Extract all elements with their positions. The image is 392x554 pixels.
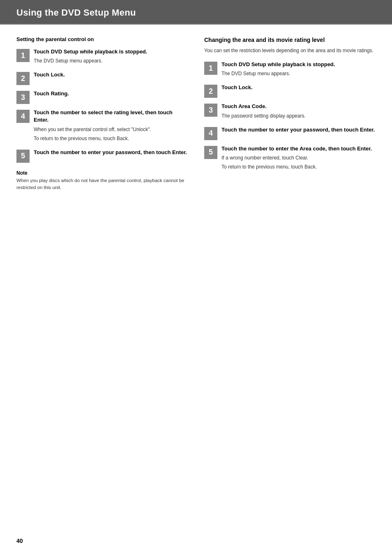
left-step-4-body: When you set the parental control off, s… [34, 126, 188, 133]
right-step-2-number: 2 [204, 85, 217, 98]
left-step-1-number: 1 [16, 49, 30, 62]
left-step-3: 3 Touch Rating. [16, 90, 188, 104]
page: Using the DVD Setup Menu Setting the par… [0, 0, 392, 554]
right-step-5-content: Touch the number to enter the Area code,… [221, 145, 376, 172]
left-step-2-content: Touch Lock. [34, 71, 188, 80]
note-text: When you play discs which do not have th… [16, 177, 188, 192]
right-section-intro: You can set the restriction levels depen… [204, 47, 376, 54]
left-step-4-heading: Touch the number to select the rating le… [34, 109, 188, 124]
right-column: Changing the area and its movie rating l… [204, 36, 376, 191]
right-step-2: 2 Touch Lock. [204, 84, 376, 98]
left-step-5: 5 Touch the number to enter your passwor… [16, 149, 188, 163]
left-column: Setting the parental control on 1 Touch … [16, 36, 188, 191]
right-step-5-heading: Touch the number to enter the Area code,… [221, 145, 376, 152]
right-step-1: 1 Touch DVD Setup while playback is stop… [204, 61, 376, 79]
left-step-3-content: Touch Rating. [34, 90, 188, 99]
right-step-3-heading: Touch Area Code. [221, 103, 376, 110]
left-step-1: 1 Touch DVD Setup while playback is stop… [16, 48, 188, 66]
left-step-2-number: 2 [16, 72, 30, 85]
left-step-1-heading: Touch DVD Setup while playback is stoppe… [34, 48, 188, 55]
page-number: 40 [16, 538, 23, 544]
right-step-2-content: Touch Lock. [221, 84, 376, 93]
left-step-1-content: Touch DVD Setup while playback is stoppe… [34, 48, 188, 66]
content-area: Setting the parental control on 1 Touch … [0, 25, 392, 208]
right-step-4-content: Touch the number to enter your password,… [221, 126, 376, 135]
left-step-2-heading: Touch Lock. [34, 71, 188, 78]
right-step-2-heading: Touch Lock. [221, 84, 376, 91]
right-step-1-heading: Touch DVD Setup while playback is stoppe… [221, 61, 376, 68]
note-section: Note When you play discs which do not ha… [16, 170, 188, 192]
right-step-1-content: Touch DVD Setup while playback is stoppe… [221, 61, 376, 79]
right-step-3-content: Touch Area Code. The password setting di… [221, 103, 376, 121]
right-step-5-body: If a wrong number entered, touch Clear. [221, 154, 376, 162]
left-step-4-content: Touch the number to select the rating le… [34, 109, 188, 143]
page-header: Using the DVD Setup Menu [0, 0, 392, 24]
right-section-title: Changing the area and its movie rating l… [204, 36, 376, 44]
right-step-3-body: The password setting display appears. [221, 112, 376, 120]
left-step-3-number: 3 [16, 91, 30, 104]
left-step-2: 2 Touch Lock. [16, 71, 188, 85]
left-step-5-heading: Touch the number to enter your password,… [34, 149, 188, 156]
right-step-5-number: 5 [204, 146, 217, 159]
right-step-1-number: 1 [204, 62, 217, 75]
left-step-4-extra: To return to the previous menu, touch Ba… [34, 135, 188, 142]
left-section-title: Setting the parental control on [16, 36, 188, 42]
right-step-1-body: The DVD Setup menu appears. [221, 70, 376, 77]
right-step-5: 5 Touch the number to enter the Area cod… [204, 145, 376, 172]
note-label: Note [16, 170, 188, 176]
right-step-3: 3 Touch Area Code. The password setting … [204, 103, 376, 121]
right-step-4-number: 4 [204, 127, 217, 140]
page-title: Using the DVD Setup Menu [16, 7, 376, 18]
right-step-4-heading: Touch the number to enter your password,… [221, 126, 376, 134]
left-step-4: 4 Touch the number to select the rating … [16, 109, 188, 143]
left-step-5-number: 5 [16, 150, 30, 163]
right-step-4: 4 Touch the number to enter your passwor… [204, 126, 376, 140]
left-step-1-body: The DVD Setup menu appears. [34, 57, 188, 65]
left-step-5-content: Touch the number to enter your password,… [34, 149, 188, 158]
right-step-5-extra: To return to the previous menu, touch Ba… [221, 163, 376, 171]
left-step-4-number: 4 [16, 110, 30, 123]
right-step-3-number: 3 [204, 104, 217, 117]
left-step-3-heading: Touch Rating. [34, 90, 188, 97]
